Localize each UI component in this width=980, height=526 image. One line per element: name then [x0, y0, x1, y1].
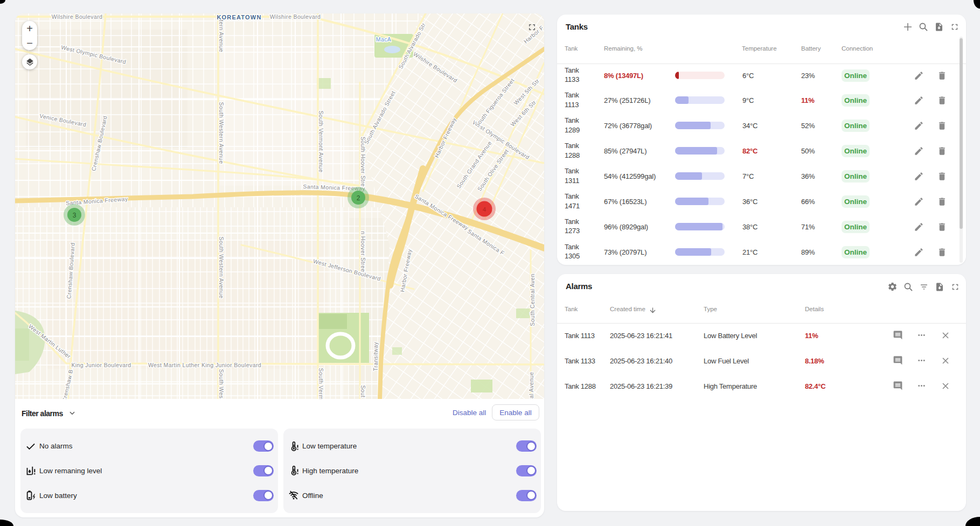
- svg-text:3: 3: [73, 212, 77, 219]
- svg-text:South Hoover Street: South Hoover Street: [360, 137, 366, 192]
- svg-text:4: 4: [483, 206, 486, 213]
- svg-text:South Wes: South Wes: [218, 369, 225, 399]
- svg-text:MacA: MacA: [376, 36, 391, 43]
- svg-text:Transitway: Transitway: [372, 341, 379, 371]
- svg-text:entral Avenue: entral Avenue: [528, 371, 534, 399]
- svg-text:West Martin Luther King Junior: West Martin Luther King Junior Boulevard: [148, 362, 261, 368]
- svg-text:South Vermont Avenue: South Vermont Avenue: [318, 110, 324, 172]
- svg-text:Sout: Sout: [360, 385, 366, 397]
- svg-text:South Western Avenue: South Western Avenue: [218, 102, 225, 164]
- svg-text:2: 2: [357, 194, 360, 202]
- svg-text:South Western Avenue: South Western Avenue: [218, 236, 225, 298]
- svg-text:Wilshire Boulevard: Wilshire Boulevard: [270, 13, 321, 20]
- svg-text:King Junior Boulevard: King Junior Boulevard: [71, 362, 131, 368]
- svg-text:South Central Aven: South Central Aven: [529, 273, 536, 326]
- svg-text:Wilshire Boulevard: Wilshire Boulevard: [52, 13, 103, 20]
- svg-text:n Hoover Street: n Hoover Street: [360, 231, 366, 274]
- svg-text:tern Avenue: tern Avenue: [218, 20, 225, 52]
- svg-text:South Verm: South Verm: [318, 368, 324, 399]
